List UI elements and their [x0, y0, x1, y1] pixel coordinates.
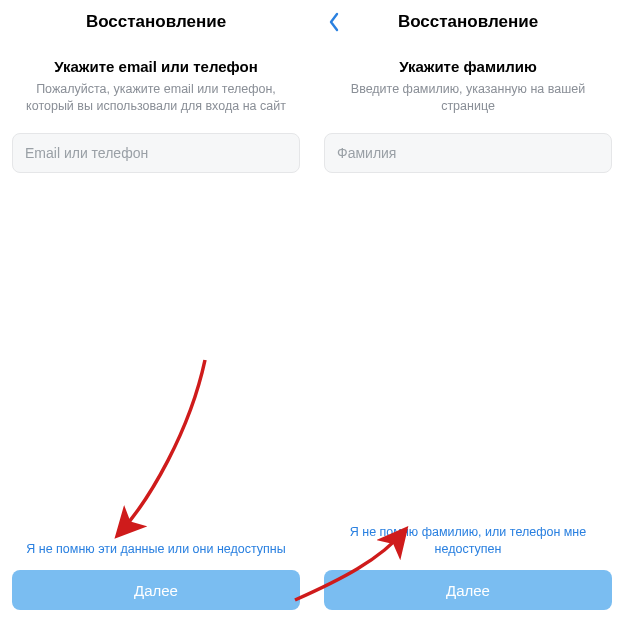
next-button[interactable]: Далее	[12, 570, 300, 610]
field-wrap	[324, 133, 612, 173]
content: Укажите фамилию Введите фамилию, указанн…	[312, 44, 624, 115]
prompt-subheading: Пожалуйста, укажите email или телефон, к…	[12, 81, 300, 115]
page-title: Восстановление	[86, 12, 226, 32]
two-up-screenshot: Восстановление Укажите email или телефон…	[0, 0, 624, 628]
header: Восстановление	[0, 0, 312, 44]
content: Укажите email или телефон Пожалуйста, ук…	[0, 44, 312, 115]
field-wrap	[12, 133, 300, 173]
next-button[interactable]: Далее	[324, 570, 612, 610]
header: Восстановление	[312, 0, 624, 44]
chevron-left-icon	[328, 12, 340, 32]
forgot-link[interactable]: Я не помню эти данные или они недоступны	[12, 541, 300, 558]
bottom-actions: Я не помню фамилию, или телефон мне недо…	[312, 524, 624, 610]
contact-input[interactable]	[12, 133, 300, 173]
back-button[interactable]	[322, 10, 346, 34]
page-title: Восстановление	[398, 12, 538, 32]
prompt-heading: Укажите фамилию	[324, 58, 612, 75]
surname-input[interactable]	[324, 133, 612, 173]
prompt-heading: Укажите email или телефон	[12, 58, 300, 75]
prompt-subheading: Введите фамилию, указанную на вашей стра…	[324, 81, 612, 115]
forgot-link[interactable]: Я не помню фамилию, или телефон мне недо…	[324, 524, 612, 558]
bottom-actions: Я не помню эти данные или они недоступны…	[0, 541, 312, 610]
pane-restore-surname: Восстановление Укажите фамилию Введите ф…	[312, 0, 624, 628]
pane-restore-contact: Восстановление Укажите email или телефон…	[0, 0, 312, 628]
